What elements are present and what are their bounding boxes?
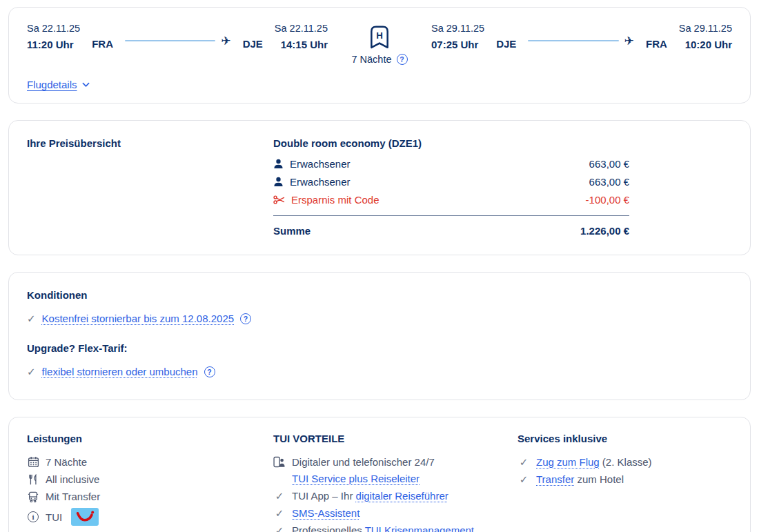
price-panel: Double room economy (DZE1) Erwachsener 6… — [273, 137, 629, 237]
person-icon — [273, 177, 284, 187]
leistungen-item-label: Mit Transfer — [46, 491, 100, 502]
vorteile-item-sms: ✓ SMS-Assistent — [273, 507, 518, 519]
room-title: Double room economy (DZE1) — [273, 137, 629, 149]
price-divider — [273, 215, 629, 216]
services-inklusive-column: Services inklusive ✓ Zug zum Flug (2. Kl… — [518, 433, 732, 532]
chevron-down-icon[interactable] — [82, 82, 90, 88]
hotel-stay-block: H 7 Nächte ? — [328, 24, 431, 65]
stay-label-row: 7 Nächte ? — [351, 54, 407, 65]
flex-tariff-item: ✓ flexibel stornieren oder umbuchen ? — [27, 366, 732, 377]
traveller-label: Erwachsener — [290, 158, 351, 170]
return-segment: Sa 29.11.25 07:25 Uhr DJE ✈ FRA Sa 29.11… — [431, 23, 732, 50]
service-item-text: Zug zum Flug (2. Klasse) — [536, 456, 652, 468]
check-icon: ✓ — [518, 457, 530, 467]
leistungen-item-board: All inclusive — [27, 473, 273, 485]
services-inklusive-title: Services inklusive — [518, 433, 732, 444]
free-cancellation-link[interactable]: Kostenfrei stornierbar bis zum 12.08.202… — [42, 313, 235, 324]
krisen-prefix: Professionelles — [292, 524, 365, 532]
route-line — [125, 40, 215, 41]
traveller-price: 663,00 € — [589, 176, 629, 188]
route-line — [528, 40, 618, 41]
check-icon: ✓ — [273, 525, 286, 532]
return-departure-datetime: Sa 29.11.25 07:25 Uhr — [431, 23, 484, 50]
return-route: ✈ — [528, 35, 634, 50]
price-row-adult-1: Erwachsener 663,00 € — [273, 158, 629, 170]
vorteile-item-text: Professionelles TUI Krisenmanagement — [292, 524, 474, 532]
phone-contact-icon — [273, 456, 286, 468]
leistungen-item-transfer: Mit Transfer — [27, 491, 273, 502]
flex-tariff-help-icon[interactable]: ? — [204, 366, 215, 377]
outbound-departure-date: Sa 22.11.25 — [27, 23, 80, 34]
leistungen-item-label: All inclusive — [46, 473, 99, 485]
airplane-icon: ✈ — [624, 35, 634, 47]
vorteile-column: TUI VORTEILE Digitaler und telefonischer… — [273, 433, 518, 532]
booking-summary-page: Sa 22.11.25 11:20 Uhr FRA ✈ DJE Sa 22.11… — [0, 0, 759, 532]
transfer-link[interactable]: Transfer — [536, 473, 574, 485]
traveller-price: 663,00 € — [589, 158, 629, 170]
leistungen-title: Leistungen — [27, 433, 273, 444]
return-arrival-datetime: Sa 29.11.25 10:20 Uhr — [679, 23, 732, 50]
tui-smile-icon — [72, 509, 97, 525]
outbound-arrival-datetime: Sa 22.11.25 14:15 Uhr — [275, 23, 328, 50]
person-icon — [273, 159, 284, 169]
check-icon: ✓ — [27, 313, 36, 324]
flight-details-link[interactable]: Flugdetails — [27, 79, 77, 90]
price-row-label: Ersparnis mit Code — [273, 194, 379, 206]
conditions-card: Konditionen ✓ Kostenfrei stornierbar bis… — [8, 272, 751, 400]
outbound-departure-datetime: Sa 22.11.25 11:20 Uhr — [27, 23, 80, 50]
nights-label: 7 Nächte — [351, 54, 391, 65]
sms-assistent-link[interactable]: SMS-Assistent — [292, 507, 359, 519]
reisefuehrer-link[interactable]: digitaler Reiseführer — [356, 490, 448, 502]
price-overview-card: Ihre Preisübersicht Double room economy … — [8, 120, 751, 255]
svg-text:H: H — [376, 30, 383, 41]
vorteile-item-app: ✓ TUI App – Ihr digitaler Reiseführer — [273, 490, 518, 502]
check-icon: ✓ — [273, 491, 286, 501]
service-item-text: Transfer zum Hotel — [536, 473, 624, 485]
check-icon: ✓ — [518, 474, 530, 484]
nights-help-icon[interactable]: ? — [397, 54, 408, 65]
services-card: Leistungen 7 Nächte — [8, 417, 751, 532]
vorteile-item-krisenmanagement: ✓ Professionelles TUI Krisenmanagement — [273, 524, 518, 532]
zug-suffix: (2. Klasse) — [600, 456, 652, 468]
total-label: Summe — [273, 225, 310, 237]
vorteile-item-text: TUI App – Ihr digitaler Reiseführer — [292, 490, 448, 502]
discount-value: -100,00 € — [586, 194, 629, 206]
return-arrival-date: Sa 29.11.25 — [679, 23, 732, 34]
leistungen-item-label: 7 Nächte — [46, 456, 87, 468]
service-item-transfer: ✓ Transfer zum Hotel — [518, 473, 732, 485]
return-arrival-time: 10:20 Uhr — [685, 39, 732, 50]
krisenmanagement-link[interactable]: TUI Krisenmanagement — [365, 524, 474, 532]
check-icon: ✓ — [27, 366, 36, 377]
tui-logo — [71, 508, 99, 526]
flight-details-row: Flugdetails — [27, 79, 732, 90]
flex-tariff-link[interactable]: flexibel stornieren oder umbuchen — [42, 366, 198, 377]
vorteile-item-service: Digitaler und telefonischer 24/7 TUI Ser… — [273, 456, 518, 484]
scissors-icon — [273, 195, 285, 205]
traveller-label: Erwachsener — [290, 176, 351, 188]
service-line-2: TUI Service plus Reiseleiter — [292, 473, 435, 484]
conditions-title: Konditionen — [27, 289, 732, 301]
zug-zum-flug-link[interactable]: Zug zum Flug — [536, 456, 600, 468]
leistungen-item-nights: 7 Nächte — [27, 456, 273, 468]
price-row-adult-2: Erwachsener 663,00 € — [273, 176, 629, 188]
hotel-icon: H — [369, 24, 390, 49]
bus-icon — [27, 491, 39, 502]
tui-service-link[interactable]: TUI Service plus Reiseleiter — [292, 473, 420, 484]
price-row-total: Summe 1.226,00 € — [273, 225, 629, 237]
discount-label: Ersparnis mit Code — [291, 194, 379, 206]
calendar-icon — [27, 456, 39, 468]
price-overview-title: Ihre Preisübersicht — [27, 137, 273, 237]
outbound-arrival-date: Sa 22.11.25 — [275, 23, 328, 34]
total-value: 1.226,00 € — [580, 225, 629, 237]
return-arrival-airport: FRA — [646, 38, 667, 50]
outbound-departure-airport: FRA — [92, 38, 113, 50]
outbound-departure-time: 11:20 Uhr — [27, 39, 80, 50]
cancellation-item: ✓ Kostenfrei stornierbar bis zum 12.08.2… — [27, 313, 732, 324]
service-line-1: Digitaler und telefonischer 24/7 — [292, 456, 435, 468]
cancellation-help-icon[interactable]: ? — [240, 313, 251, 324]
outbound-arrival-airport: DJE — [243, 38, 263, 50]
leistungen-item-label: TUI — [46, 511, 62, 523]
flex-tariff-subtitle: Upgrade? Flex-Tarif: — [27, 342, 732, 354]
check-icon: ✓ — [273, 508, 286, 518]
vorteile-item-text: Digitaler und telefonischer 24/7 TUI Ser… — [292, 456, 435, 484]
